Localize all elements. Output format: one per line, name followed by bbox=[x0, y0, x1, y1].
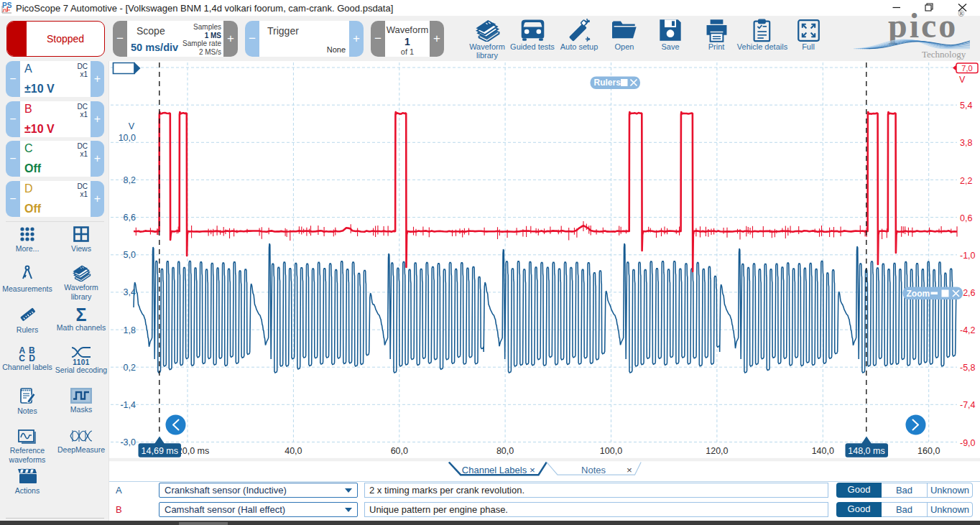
svg-text:60,0: 60,0 bbox=[391, 446, 408, 456]
svg-text:148,0 ms: 148,0 ms bbox=[848, 446, 884, 456]
svg-text:120,0: 120,0 bbox=[706, 446, 728, 456]
svg-text:3,4: 3,4 bbox=[124, 287, 136, 297]
svg-text:V: V bbox=[129, 121, 135, 131]
svg-text:100,0: 100,0 bbox=[600, 446, 622, 456]
svg-text:0,6: 0,6 bbox=[960, 213, 972, 223]
svg-text:-9,0: -9,0 bbox=[960, 438, 976, 448]
svg-text:40,0: 40,0 bbox=[285, 446, 302, 456]
svg-text:-1,0: -1,0 bbox=[960, 251, 976, 261]
svg-text:6,6: 6,6 bbox=[124, 213, 136, 223]
svg-text:160,0: 160,0 bbox=[917, 446, 940, 456]
svg-text:Zoom: Zoom bbox=[907, 289, 930, 299]
svg-text:1,8: 1,8 bbox=[124, 325, 136, 335]
svg-text:V: V bbox=[959, 75, 966, 85]
svg-text:140,0: 140,0 bbox=[812, 446, 834, 456]
svg-text:Notes: Notes bbox=[581, 465, 606, 475]
svg-text:Rulers: Rulers bbox=[594, 78, 621, 88]
svg-text:7,0: 7,0 bbox=[961, 64, 972, 73]
svg-text:-5,8: -5,8 bbox=[960, 363, 976, 373]
svg-text:14,69 ms: 14,69 ms bbox=[142, 446, 178, 456]
svg-text:×: × bbox=[530, 465, 535, 475]
svg-text:80,0: 80,0 bbox=[496, 446, 514, 456]
svg-text:-4,2: -4,2 bbox=[960, 325, 976, 335]
svg-text:20,0 ms: 20,0 ms bbox=[177, 446, 209, 456]
svg-text:8,2: 8,2 bbox=[124, 175, 136, 185]
svg-text:5,4: 5,4 bbox=[960, 101, 972, 111]
svg-text:Channel Labels: Channel Labels bbox=[462, 465, 527, 475]
svg-text:-3,0: -3,0 bbox=[120, 437, 136, 447]
svg-text:-7,4: -7,4 bbox=[960, 400, 976, 410]
svg-text:-1,4: -1,4 bbox=[120, 400, 136, 410]
svg-text:0,2: 0,2 bbox=[124, 363, 136, 373]
svg-text:×: × bbox=[627, 465, 632, 475]
svg-text:2,2: 2,2 bbox=[960, 176, 972, 186]
svg-text:10,0: 10,0 bbox=[119, 133, 136, 143]
svg-text:3,8: 3,8 bbox=[960, 138, 972, 148]
svg-text:5,0: 5,0 bbox=[124, 250, 136, 260]
